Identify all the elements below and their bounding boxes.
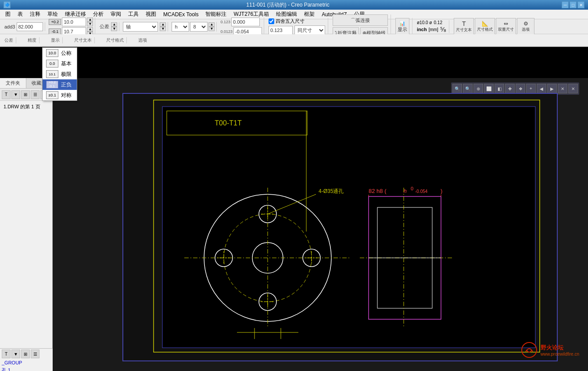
dim-format-group-label: 尺寸格式 xyxy=(104,37,127,43)
tol-label: 公差 xyxy=(99,23,110,30)
tol-lower-up[interactable]: ▲ xyxy=(87,27,93,32)
tol-type-limits[interactable]: 10.1 极限 xyxy=(43,69,77,79)
bottom-toolbar: T ▼ ⊞ ☰ _GROUP 孔 1 project_sh xyxy=(0,348,53,371)
display-icon: 📊 xyxy=(399,21,405,26)
unit-group: ø10.0 ø 0.12 inch [mm] ⁵⁄₈ xyxy=(414,20,449,33)
titlebar-icon-group: 🔷 xyxy=(4,1,11,8)
tol-menu-up[interactable]: ▲ xyxy=(111,22,117,27)
options-group-label: 选项 xyxy=(136,37,150,43)
svg-point-34 xyxy=(522,342,537,357)
tol-upper-icon: +0.2 xyxy=(49,19,61,25)
lp-tool-icon1[interactable]: T xyxy=(2,90,11,99)
tol-value-group: +0.2 ▲ ▼ -0.1 ▲ ▼ xyxy=(47,18,95,36)
precision-group-label: 精度 xyxy=(25,37,39,43)
round-dim-label: 四舍五入尺寸 xyxy=(276,18,305,25)
app-icon: 🔷 xyxy=(4,1,11,8)
tol-type-symmetric[interactable]: ±0.1 对称 xyxy=(43,90,77,100)
tol-type-basic[interactable]: 0.0 基本 xyxy=(43,58,77,69)
h8-up[interactable]: ▲ xyxy=(208,22,215,27)
title-block-text: T00-T1T xyxy=(215,119,242,127)
display-group-label: 显示 xyxy=(48,37,63,43)
axis-select[interactable]: 轴 xyxy=(123,22,158,32)
num-select[interactable]: 8 6 7 xyxy=(190,22,208,32)
h-select[interactable]: h f g xyxy=(172,22,189,32)
tol-plusminus-label: 正负 xyxy=(61,81,72,89)
menu-item-view[interactable]: 视图 xyxy=(142,10,160,19)
upper-label: 0.123 xyxy=(220,20,230,24)
bt-icon3[interactable]: ⊞ xyxy=(21,350,30,358)
round-dim-checkbox[interactable] xyxy=(269,18,274,24)
mm-label: [mm] xyxy=(429,27,438,32)
display-btn[interactable]: 📊 显示 xyxy=(395,18,409,36)
group-label[interactable]: _GROUP xyxy=(2,360,22,365)
size-label: 0.12 xyxy=(434,20,442,25)
tol-upper-up[interactable]: ▲ xyxy=(87,18,93,22)
options-btn[interactable]: ⚙ 选项 xyxy=(517,18,534,36)
dim-text-btn[interactable]: T 尺寸文本 xyxy=(454,18,474,36)
tab-folder[interactable]: 文件夹 xyxy=(0,78,26,88)
menu-item-tu[interactable]: 图 xyxy=(2,10,14,19)
precision-input[interactable] xyxy=(269,26,293,35)
tol-upper-input[interactable] xyxy=(62,18,86,26)
tol-type-nominal[interactable]: 10.0 公称 xyxy=(43,48,77,58)
inch-label: inch xyxy=(417,27,427,32)
dim-format-icon: 📐 xyxy=(482,21,488,27)
maximize-btn[interactable]: □ xyxy=(570,1,577,8)
window-controls[interactable]: ─ □ ✕ xyxy=(562,1,584,8)
tolerance-label-group: 公差 ▲ ▼ xyxy=(97,22,119,31)
minimize-btn[interactable]: ─ xyxy=(562,1,569,8)
tol-basic-icon: 0.0 xyxy=(46,60,58,68)
value-display-group: 0.123 0.0123 xyxy=(219,18,264,36)
tol-upper-down[interactable]: ▼ xyxy=(87,22,93,26)
menu-item-drawedit[interactable]: 绘图编辑 xyxy=(272,10,301,19)
dim-text-icon: T xyxy=(462,20,466,27)
bt-row2: _GROUP xyxy=(0,359,53,366)
arc-connect-btn[interactable]: ⌒ 弧连接 xyxy=(333,14,388,26)
menu-item-biao[interactable]: 表 xyxy=(14,10,26,19)
left-panel: 文件夹 收藏夹 T ▼ ⊞ ☰ 🔧 1.DRW 的第 1 页 T ▼ ⊞ ☰ _… xyxy=(0,78,53,371)
fraction-label: ⁵⁄₈ xyxy=(440,26,446,33)
lp-tool-icon4[interactable]: ☰ xyxy=(31,90,39,99)
dim-format-btn[interactable]: 📐 尺寸格式 xyxy=(475,18,495,36)
toolbar-row2: 公差 精度 显示 尺寸文本 尺寸格式 选项 xyxy=(0,34,588,46)
dim-82-close: ) xyxy=(441,188,442,194)
dim-82-tol: -0.054 xyxy=(415,189,428,194)
h8-group: h f g 8 6 7 ▲ ▼ xyxy=(170,22,217,32)
tol-lower-icon: -0.1 xyxy=(49,29,61,35)
lp-tool-icon2[interactable]: ▼ xyxy=(11,90,20,99)
lp-tool-icon3[interactable]: ⊞ xyxy=(21,90,30,99)
tol-nominal-label: 公称 xyxy=(61,50,72,57)
dim-82-h-super: 0 xyxy=(411,186,413,191)
tol-nominal-icon: 10.0 xyxy=(46,49,58,57)
tol-symmetric-label: 对称 xyxy=(61,92,72,99)
page-item[interactable]: 1.DRW 的第 1 页 xyxy=(2,103,50,111)
close-btn[interactable]: ✕ xyxy=(577,1,584,8)
precision-select[interactable]: 同尺寸 xyxy=(294,25,325,35)
watermark-site-text: 野火论坛 xyxy=(541,344,579,352)
menu-item-review[interactable]: 审阅 xyxy=(107,10,125,19)
bt-icon1[interactable]: T xyxy=(2,350,11,358)
menu-item-annotation[interactable]: 注释 xyxy=(26,10,44,19)
menu-item-tools[interactable]: 工具 xyxy=(125,10,142,19)
arc-icon: ⌒ xyxy=(351,17,355,24)
svg-rect-2 xyxy=(162,107,535,348)
axis-down[interactable]: ▼ xyxy=(160,27,166,31)
tol-basic-label: 基本 xyxy=(61,60,72,68)
upper-value-input[interactable] xyxy=(231,18,260,26)
menu-item-frame[interactable]: 框架 xyxy=(301,10,318,19)
tol-type-plusminus[interactable]: +0.2-0.1 正负 xyxy=(43,79,77,90)
tol-menu-down[interactable]: ▼ xyxy=(111,27,117,31)
bt-icon2[interactable]: ▼ xyxy=(11,350,20,358)
watermark: 野火论坛 www.proewildfire.cn xyxy=(520,342,579,358)
add3-input[interactable] xyxy=(17,22,43,31)
display-group: 📊 显示 xyxy=(393,18,412,36)
hole-label[interactable]: 孔 1 xyxy=(2,367,11,371)
double-dim-btn[interactable]: ⇔ 双重尺寸 xyxy=(496,18,516,36)
h8-down[interactable]: ▼ xyxy=(208,27,215,31)
tol-upper-spinner[interactable]: ▲ ▼ xyxy=(87,18,93,26)
menu-item-mcadex[interactable]: MCADEx Tools xyxy=(160,11,202,18)
precision-group: 四舍五入尺寸 同尺寸 xyxy=(266,18,328,35)
axis-up[interactable]: ▲ xyxy=(160,22,166,27)
bt-icon4[interactable]: ☰ xyxy=(31,350,39,358)
watermark-logo-svg xyxy=(520,342,538,358)
